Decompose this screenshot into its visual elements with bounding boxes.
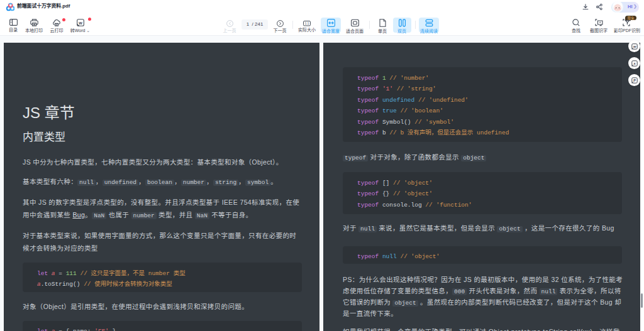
svg-text:x: x xyxy=(634,62,636,65)
svg-text:w: w xyxy=(633,45,636,48)
svg-text:w: w xyxy=(78,21,82,25)
svg-text:P: P xyxy=(633,79,636,82)
svg-text:1:1: 1:1 xyxy=(305,22,309,25)
